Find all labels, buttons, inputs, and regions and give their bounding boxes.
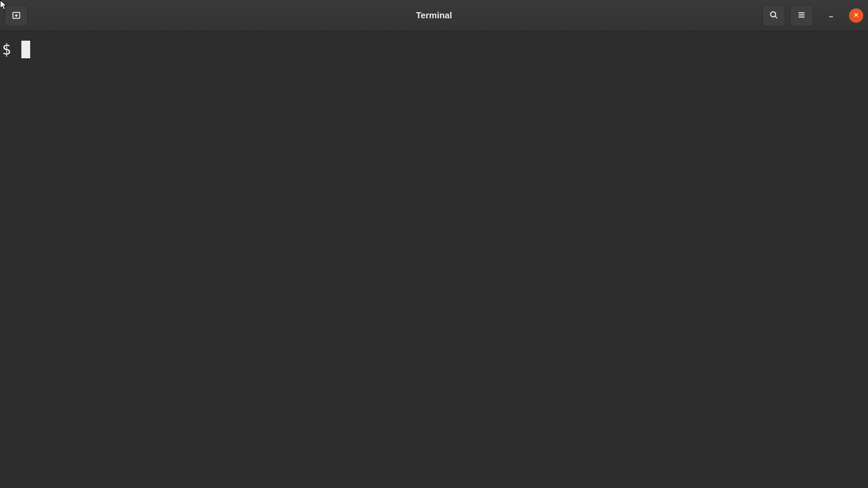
new-tab-icon <box>11 10 21 21</box>
scrollbar-track[interactable] <box>861 31 868 488</box>
text-cursor <box>21 41 30 58</box>
shell-prompt: $ <box>2 41 20 59</box>
window-title: Terminal <box>416 10 452 21</box>
hamburger-menu-button[interactable] <box>790 5 813 26</box>
svg-point-3 <box>771 12 776 17</box>
prompt-line: $ <box>2 41 859 59</box>
close-button[interactable] <box>849 8 863 23</box>
new-tab-button[interactable] <box>5 5 28 26</box>
search-button[interactable] <box>762 5 785 26</box>
svg-line-4 <box>775 16 777 18</box>
hamburger-icon <box>796 10 807 21</box>
minimize-icon <box>827 11 835 20</box>
window-titlebar: Terminal <box>0 0 868 31</box>
titlebar-left-group <box>5 5 28 26</box>
minimize-button[interactable] <box>824 8 838 23</box>
close-icon <box>853 12 860 20</box>
search-icon <box>769 10 779 21</box>
titlebar-right-group <box>762 5 863 26</box>
terminal-viewport[interactable]: $ <box>0 31 861 488</box>
